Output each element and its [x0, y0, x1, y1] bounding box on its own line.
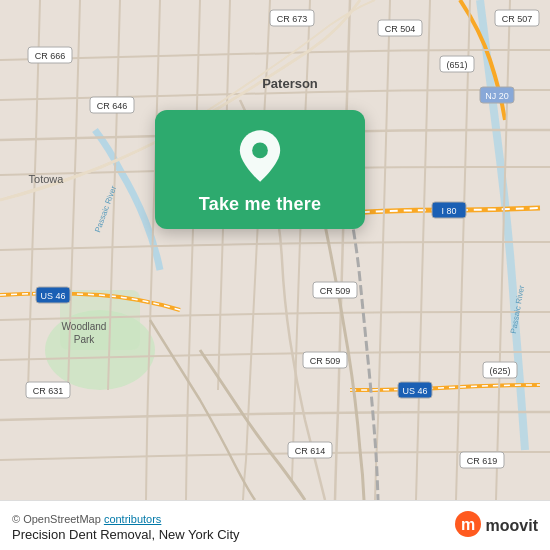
attribution-link[interactable]: contributors [104, 513, 161, 525]
svg-text:CR 619: CR 619 [467, 456, 498, 466]
copyright-text: © OpenStreetMap [12, 513, 104, 525]
svg-text:(651): (651) [446, 60, 467, 70]
svg-text:CR 631: CR 631 [33, 386, 64, 396]
svg-point-41 [252, 143, 268, 159]
svg-text:CR 673: CR 673 [277, 14, 308, 24]
take-me-there-button[interactable]: Take me there [155, 110, 365, 229]
map-container: CR 673 CR 504 CR 507 CR 666 (651) NJ 20 … [0, 0, 550, 500]
moovit-logo: m moovit [454, 510, 538, 542]
bottom-left-section: © OpenStreetMap contributors Precision D… [12, 509, 446, 542]
svg-text:(625): (625) [489, 366, 510, 376]
take-me-there-label: Take me there [199, 194, 321, 215]
svg-text:I 80: I 80 [441, 206, 456, 216]
map-svg: CR 673 CR 504 CR 507 CR 666 (651) NJ 20 … [0, 0, 550, 500]
attribution: © OpenStreetMap contributors [12, 509, 446, 527]
svg-text:CR 504: CR 504 [385, 24, 416, 34]
svg-text:NJ 20: NJ 20 [485, 91, 509, 101]
svg-text:CR 646: CR 646 [97, 101, 128, 111]
svg-text:Park: Park [74, 334, 96, 345]
svg-text:Woodland: Woodland [62, 321, 107, 332]
svg-text:Totowa: Totowa [29, 173, 65, 185]
svg-text:CR 666: CR 666 [35, 51, 66, 61]
bottom-bar: © OpenStreetMap contributors Precision D… [0, 500, 550, 550]
svg-text:m: m [460, 516, 474, 533]
moovit-label: moovit [486, 517, 538, 535]
location-pin-icon [237, 128, 283, 184]
svg-text:US 46: US 46 [402, 386, 427, 396]
location-name: Precision Dent Removal, New York City [12, 527, 446, 542]
svg-text:CR 509: CR 509 [320, 286, 351, 296]
svg-text:Paterson: Paterson [262, 76, 318, 91]
svg-text:US 46: US 46 [40, 291, 65, 301]
svg-text:CR 509: CR 509 [310, 356, 341, 366]
svg-text:CR 614: CR 614 [295, 446, 326, 456]
moovit-icon: m [454, 510, 482, 542]
svg-text:CR 507: CR 507 [502, 14, 533, 24]
